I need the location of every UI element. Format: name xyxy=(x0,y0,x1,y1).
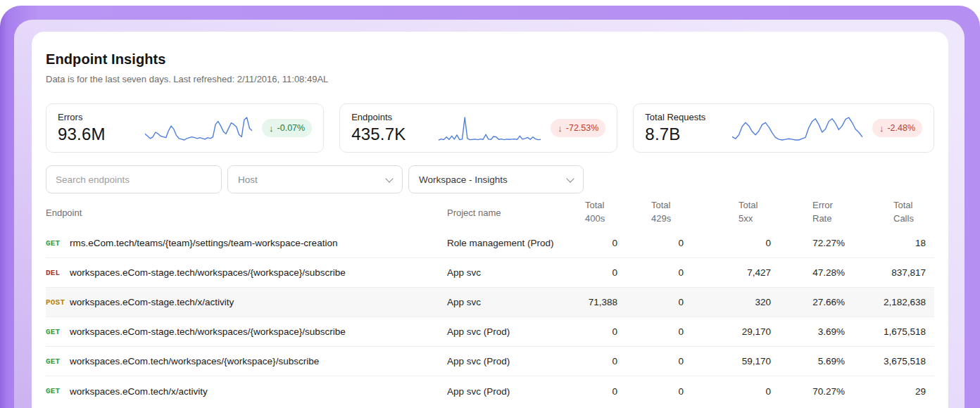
stat-value: 8.7B xyxy=(645,125,722,144)
endpoint-path: workspaces.eCom-stage.tech/workspaces/{w… xyxy=(70,267,346,278)
total-429s-cell: 0 xyxy=(623,326,689,337)
workspace-select-value: Workspace - Insights xyxy=(419,174,508,185)
stat-value: 435.7K xyxy=(351,125,429,144)
table-row[interactable]: POSTworkspaces.eCom-stage.tech/x/activit… xyxy=(46,288,934,317)
table-row[interactable]: DELworkspaces.eCom-stage.tech/workspaces… xyxy=(46,258,934,288)
endpoints-table: Endpoint Project name Total 400s Total 4… xyxy=(46,196,934,406)
change-value: -72.53% xyxy=(566,123,599,133)
method-badge: GET xyxy=(46,357,70,366)
error-rate-cell: 3.69% xyxy=(777,326,850,337)
project-name: Role management (Prod) xyxy=(447,238,581,248)
method-badge: GET xyxy=(46,387,70,395)
method-badge: GET xyxy=(46,328,70,336)
total-400s-cell: 71,388 xyxy=(581,297,623,307)
endpoint-path: workspaces.eCom-stage.tech/x/activity xyxy=(70,297,234,307)
column-header-total-calls: Total Calls xyxy=(850,199,934,226)
main-panel: Endpoint Insights Data is for the last s… xyxy=(32,32,948,408)
change-value: -2.48% xyxy=(887,123,915,133)
project-name: App svc (Prod) xyxy=(447,326,581,337)
total-400s-cell: 0 xyxy=(581,356,623,366)
total-calls-cell: 837,817 xyxy=(850,267,934,278)
stat-label: Errors xyxy=(58,112,135,122)
host-select[interactable]: Host xyxy=(227,165,403,193)
stats-row: Errors 93.6M ↓ -0.07% Endpoints 435.7K ↓… xyxy=(46,103,934,153)
total-400s-cell: 0 xyxy=(581,326,623,337)
project-name: App svc xyxy=(447,297,581,307)
method-badge: POST xyxy=(46,298,70,307)
total-429s-cell: 0 xyxy=(623,238,689,248)
page-subtitle: Data is for the last seven days. Last re… xyxy=(46,74,934,84)
stat-info: Endpoints 435.7K xyxy=(351,112,429,144)
total-429s-cell: 0 xyxy=(623,386,689,397)
endpoint-cell: DELworkspaces.eCom-stage.tech/workspaces… xyxy=(46,267,447,278)
stat-label: Total Requests xyxy=(645,112,722,122)
total-calls-cell: 3,675,518 xyxy=(850,356,934,366)
sparkline-chart xyxy=(439,113,541,144)
error-rate-cell: 72.27% xyxy=(777,238,850,248)
stat-card-endpoints: Endpoints 435.7K ↓ -72.53% xyxy=(339,103,617,153)
down-arrow-icon: ↓ xyxy=(879,124,884,133)
workspace-select[interactable]: Workspace - Insights xyxy=(408,165,584,193)
endpoint-path: workspaces.eCom.tech/x/activity xyxy=(70,386,208,397)
total-5xx-cell: 0 xyxy=(689,386,777,397)
total-400s-cell: 0 xyxy=(581,386,623,397)
method-badge: DEL xyxy=(46,269,70,277)
filters-row: Host Workspace - Insights xyxy=(46,165,934,193)
change-badge: ↓ -2.48% xyxy=(872,119,922,137)
stat-value: 93.6M xyxy=(58,125,135,144)
error-rate-cell: 47.28% xyxy=(777,267,850,278)
total-5xx-cell: 320 xyxy=(689,297,777,307)
total-5xx-cell: 59,170 xyxy=(689,356,777,366)
search-input[interactable] xyxy=(46,165,222,193)
column-header-endpoint: Endpoint xyxy=(46,208,447,218)
stat-card-errors: Errors 93.6M ↓ -0.07% xyxy=(46,103,324,153)
total-429s-cell: 0 xyxy=(623,267,689,278)
stat-info: Total Requests 8.7B xyxy=(645,112,722,144)
total-429s-cell: 0 xyxy=(623,356,689,366)
total-5xx-cell: 0 xyxy=(689,238,777,248)
table-row[interactable]: GETworkspaces.eCom.tech/workspaces/{work… xyxy=(46,347,934,376)
endpoint-path: workspaces.eCom.tech/workspaces/{workspa… xyxy=(70,356,319,366)
stat-info: Errors 93.6M xyxy=(58,112,135,144)
error-rate-cell: 27.66% xyxy=(777,297,850,307)
project-name: App svc (Prod) xyxy=(447,356,581,366)
table-body: GETrms.eCom.tech/teams/{team}/settings/t… xyxy=(46,229,934,406)
change-badge: ↓ -72.53% xyxy=(551,119,605,137)
chevron-down-icon xyxy=(566,174,574,182)
total-5xx-cell: 7,427 xyxy=(689,267,777,278)
endpoint-cell: GETworkspaces.eCom.tech/x/activity xyxy=(46,386,447,397)
method-badge: GET xyxy=(46,239,70,248)
total-calls-cell: 1,675,518 xyxy=(850,326,934,337)
endpoint-cell: GETworkspaces.eCom-stage.tech/workspaces… xyxy=(46,326,447,337)
column-header-total-429s: Total 429s xyxy=(623,199,689,226)
column-header-total-400s: Total 400s xyxy=(581,199,623,226)
change-value: -0.07% xyxy=(277,123,306,133)
total-5xx-cell: 29,170 xyxy=(689,326,777,337)
endpoint-path: rms.eCom.tech/teams/{team}/settings/team… xyxy=(70,238,337,248)
table-header-row: Endpoint Project name Total 400s Total 4… xyxy=(46,196,934,229)
column-header-error-rate: Error Rate xyxy=(777,199,850,226)
table-row[interactable]: GETworkspaces.eCom.tech/x/activityApp sv… xyxy=(46,376,934,406)
total-calls-cell: 18 xyxy=(850,238,934,248)
page-title: Endpoint Insights xyxy=(46,51,934,68)
stat-card-total-requests: Total Requests 8.7B ↓ -2.48% xyxy=(633,103,934,153)
total-calls-cell: 2,182,638 xyxy=(850,297,934,307)
project-name: App svc (Prod) xyxy=(447,386,581,397)
down-arrow-icon: ↓ xyxy=(558,124,563,133)
change-badge: ↓ -0.07% xyxy=(262,119,312,137)
table-row[interactable]: GETworkspaces.eCom-stage.tech/workspaces… xyxy=(46,317,934,347)
total-400s-cell: 0 xyxy=(581,267,623,278)
sparkline-chart xyxy=(732,113,862,144)
endpoint-cell: GETrms.eCom.tech/teams/{team}/settings/t… xyxy=(46,238,447,248)
table-row[interactable]: GETrms.eCom.tech/teams/{team}/settings/t… xyxy=(46,229,934,258)
endpoint-cell: GETworkspaces.eCom.tech/workspaces/{work… xyxy=(46,356,447,366)
sparkline-chart xyxy=(145,113,252,144)
total-400s-cell: 0 xyxy=(581,238,623,248)
total-429s-cell: 0 xyxy=(623,297,689,307)
error-rate-cell: 70.27% xyxy=(777,386,850,397)
total-calls-cell: 29 xyxy=(850,386,934,397)
column-header-total-5xx: Total 5xx xyxy=(689,199,777,226)
chevron-down-icon xyxy=(385,174,393,182)
error-rate-cell: 5.69% xyxy=(777,356,850,366)
stat-label: Endpoints xyxy=(351,112,429,122)
